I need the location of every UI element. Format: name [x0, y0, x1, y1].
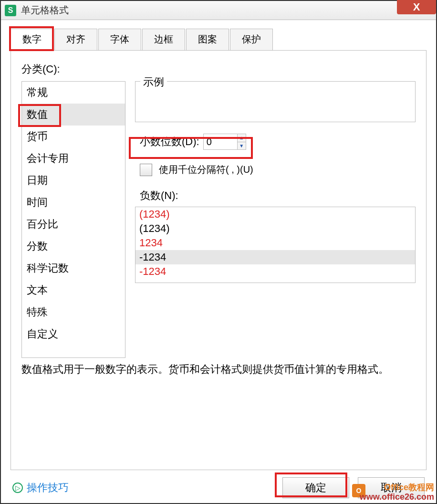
format-description: 数值格式用于一般数字的表示。货币和会计格式则提供货币值计算的专用格式。 [21, 361, 416, 378]
spin-up-icon[interactable]: ▲ [238, 134, 246, 142]
thousands-label: 使用千位分隔符( , )(U) [159, 163, 253, 176]
tab-number[interactable]: 数字 [10, 29, 53, 50]
tab-strip: 数字 对齐 字体 边框 图案 保护 [1, 20, 436, 50]
close-button[interactable]: X [397, 0, 436, 14]
window-title: 单元格格式 [21, 4, 69, 17]
category-item-accounting[interactable]: 会计专用 [22, 147, 125, 169]
category-item-fraction[interactable]: 分数 [22, 235, 125, 257]
category-item-number[interactable]: 数值 [22, 104, 125, 126]
watermark: Office教程网 www.office26.com [360, 483, 434, 502]
cell-format-dialog: S 单元格格式 X 数字 对齐 字体 边框 图案 保护 分类(C): 常规 数值… [0, 0, 437, 504]
negative-option-3[interactable]: 1234 [135, 236, 415, 250]
category-item-general[interactable]: 常规 [22, 82, 125, 104]
category-item-text[interactable]: 文本 [22, 279, 125, 301]
sample-label: 示例 [140, 75, 167, 89]
tab-font[interactable]: 字体 [98, 29, 141, 50]
help-link[interactable]: ▷ 操作技巧 [12, 481, 69, 495]
decimal-places-stepper[interactable]: ▲ ▼ [203, 134, 246, 150]
thousands-checkbox[interactable] [140, 164, 152, 176]
category-label: 分类(C): [21, 62, 416, 76]
play-icon: ▷ [12, 483, 23, 493]
category-item-time[interactable]: 时间 [22, 191, 125, 213]
app-icon: S [5, 5, 16, 16]
category-item-special[interactable]: 特殊 [22, 301, 125, 323]
tab-protect[interactable]: 保护 [230, 29, 273, 50]
ok-button[interactable]: 确定 [282, 477, 349, 498]
sample-box: 示例 [135, 81, 416, 122]
category-item-date[interactable]: 日期 [22, 169, 125, 191]
category-list[interactable]: 常规 数值 货币 会计专用 日期 时间 百分比 分数 科学记数 文本 特殊 自定… [21, 81, 125, 358]
tab-align[interactable]: 对齐 [54, 29, 97, 50]
spin-down-icon[interactable]: ▼ [238, 142, 246, 150]
category-item-scientific[interactable]: 科学记数 [22, 257, 125, 279]
negative-option-2[interactable]: (1234) [135, 221, 415, 236]
negative-option-4[interactable]: -1234 [135, 250, 415, 264]
tab-pattern[interactable]: 图案 [186, 29, 229, 50]
decimal-places-label: 小数位数(D): [140, 135, 199, 149]
tab-border[interactable]: 边框 [142, 29, 185, 50]
category-item-percent[interactable]: 百分比 [22, 213, 125, 235]
help-link-label: 操作技巧 [27, 481, 69, 495]
titlebar: S 单元格格式 X [1, 1, 436, 20]
format-options-pane: 示例 小数位数(D): ▲ ▼ 使用千位分隔符( , )(U) [135, 81, 416, 358]
tab-panel-number: 分类(C): 常规 数值 货币 会计专用 日期 时间 百分比 分数 科学记数 文… [10, 50, 427, 470]
negative-option-1[interactable]: (1234) [135, 207, 415, 221]
negative-option-5[interactable]: -1234 [135, 264, 415, 279]
negative-format-list[interactable]: (1234) (1234) 1234 -1234 -1234 [135, 207, 416, 283]
decimal-places-input[interactable] [204, 134, 237, 149]
category-item-currency[interactable]: 货币 [22, 126, 125, 147]
category-item-custom[interactable]: 自定义 [22, 323, 125, 345]
negative-label: 负数(N): [140, 189, 416, 203]
